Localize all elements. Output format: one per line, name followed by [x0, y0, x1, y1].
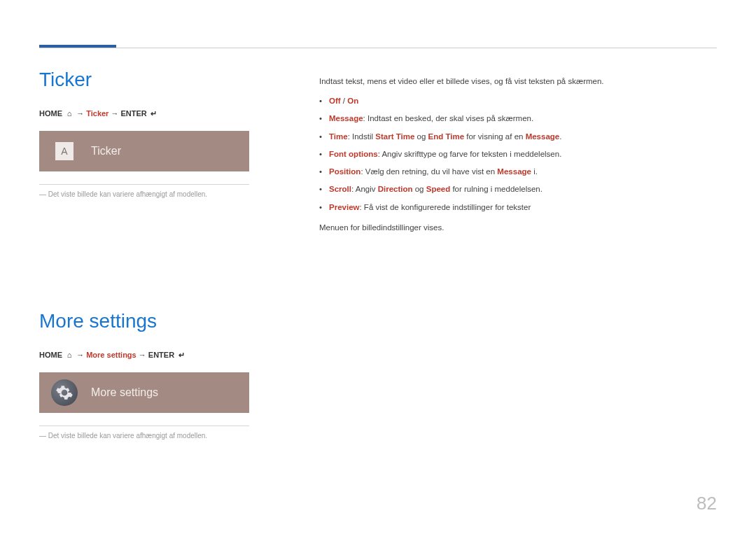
ticker-tile-letter: A: [55, 142, 74, 160]
bullet-text: og: [414, 132, 428, 141]
more-left-column: More settings HOME ⌂ → More settings → E…: [39, 219, 277, 440]
bullet-text: : Indtast en besked, der skal vises på s…: [363, 114, 534, 122]
bullet-text: : Angiv: [351, 185, 378, 193]
highlight-term: End Time: [428, 132, 465, 141]
bullet-text: : Indstil: [348, 132, 376, 141]
nav-home-label: HOME: [39, 109, 62, 118]
nav-enter-label: ENTER: [148, 351, 174, 359]
highlight-term: Start Time: [375, 132, 414, 141]
ticker-heading: Ticker: [39, 69, 277, 91]
footnote-prefix: ―: [39, 432, 46, 440]
divider: [39, 184, 249, 185]
bullet-text: /: [341, 97, 348, 105]
footnote-text: Det viste billede kan variere afhængigt …: [48, 432, 207, 440]
more-settings-tile-label: More settings: [91, 386, 158, 399]
header-rule: [39, 48, 717, 48]
ticker-intro: Indtast tekst, mens et video eller et bi…: [319, 77, 717, 85]
highlight-term: Position: [329, 167, 360, 176]
page-number: 82: [696, 493, 717, 514]
enter-icon: ↵: [176, 351, 186, 360]
gear-icon: [51, 379, 78, 406]
ticker-tile-icon: A: [48, 137, 81, 165]
bullet-item: Off / On: [319, 95, 717, 107]
divider: [39, 426, 249, 426]
more-right-column: Menuen for billedindstillinger vises.: [319, 219, 717, 232]
home-icon: ⌂: [64, 109, 74, 118]
highlight-term: Message: [329, 114, 363, 122]
more-heading: More settings: [39, 310, 277, 332]
highlight-term: Direction: [378, 185, 413, 193]
bullet-text: : Angiv skrifttype og farve for teksten …: [378, 150, 562, 158]
bullet-text: : Få vist de konfigurerede indstillinger…: [359, 203, 531, 211]
bullet-item: Position: Vælg den retning, du vil have …: [319, 166, 717, 178]
highlight-term: Scroll: [329, 185, 351, 193]
more-settings-tile-icon: [48, 379, 81, 407]
more-footnote: ― Det viste billede kan variere afhængig…: [39, 432, 277, 440]
nav-item-more-settings: More settings: [86, 351, 136, 359]
bullet-item: Font options: Angiv skrifttype og farve …: [319, 148, 717, 160]
bullet-item: Scroll: Angiv Direction og Speed for rul…: [319, 183, 717, 195]
bullet-text: for rulning i meddelelsen.: [450, 185, 542, 193]
ticker-nav-path: HOME ⌂ → Ticker → ENTER ↵: [39, 109, 277, 118]
nav-enter-label: ENTER: [121, 109, 147, 118]
highlight-term: Off: [329, 97, 341, 105]
bullet-text: for visning af en: [464, 132, 526, 141]
bullet-item: Time: Indstil Start Time og End Time for…: [319, 131, 717, 143]
highlight-term: On: [347, 97, 358, 105]
highlight-term: Font options: [329, 150, 378, 158]
home-icon: ⌂: [64, 351, 74, 359]
bullet-item: Message: Indtast en besked, der skal vis…: [319, 113, 717, 125]
ticker-left-column: Ticker HOME ⌂ → Ticker → ENTER ↵ A Ticke…: [39, 34, 277, 198]
arrow-icon: →: [76, 109, 84, 118]
enter-icon: ↵: [149, 109, 159, 118]
bullet-text: .: [559, 132, 561, 141]
arrow-icon: →: [111, 109, 118, 118]
more-settings-tile: More settings: [39, 372, 249, 413]
footnote-text: Det viste billede kan variere afhængigt …: [48, 190, 207, 198]
bullet-text: og: [413, 185, 426, 193]
highlight-term: Preview: [329, 203, 359, 211]
bullet-item: Preview: Få vist de konfigurerede indsti…: [319, 202, 717, 213]
ticker-footnote: ― Det viste billede kan variere afhængig…: [39, 190, 277, 198]
arrow-icon: →: [139, 351, 146, 359]
nav-item-ticker: Ticker: [86, 109, 108, 118]
highlight-term: Message: [526, 132, 560, 141]
highlight-term: Message: [497, 167, 531, 176]
highlight-term: Speed: [426, 185, 451, 193]
ticker-bullet-list: Off / OnMessage: Indtast en besked, der …: [319, 95, 717, 213]
bullet-text: : Vælg den retning, du vil have vist en: [360, 167, 497, 176]
footnote-prefix: ―: [39, 190, 46, 198]
ticker-tile: A Ticker: [39, 131, 249, 171]
bullet-text: i.: [531, 167, 538, 176]
more-nav-path: HOME ⌂ → More settings → ENTER ↵: [39, 351, 277, 360]
ticker-tile-label: Ticker: [91, 145, 121, 157]
nav-home-label: HOME: [39, 351, 62, 359]
more-intro: Menuen for billedindstillinger vises.: [319, 223, 717, 232]
ticker-right-column: Indtast tekst, mens et video eller et bi…: [319, 34, 717, 213]
highlight-term: Time: [329, 132, 348, 141]
arrow-icon: →: [76, 351, 84, 359]
